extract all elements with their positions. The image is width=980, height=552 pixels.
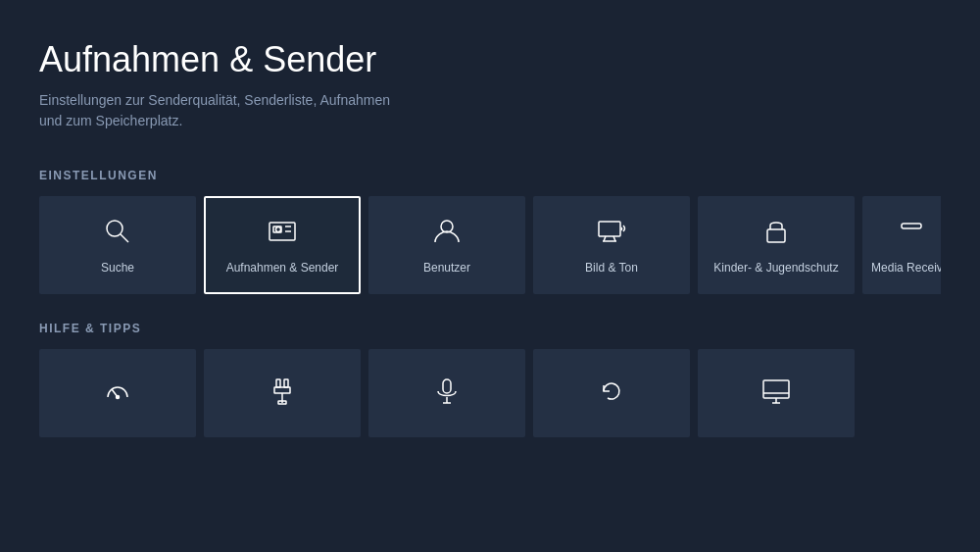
svg-rect-17 [276, 379, 280, 387]
tile-suche[interactable]: Suche [39, 196, 196, 294]
display-sound-icon [596, 216, 627, 251]
page-header: Aufnahmen & Sender Einstellungen zur Sen… [39, 39, 941, 131]
svg-rect-25 [763, 380, 789, 398]
monitor-icon [760, 376, 792, 411]
user-icon [431, 216, 463, 251]
svg-rect-19 [274, 387, 290, 393]
hilfe-tiles [39, 349, 941, 437]
tile-aufnahmen-sender-label: Aufnahmen & Sender [219, 261, 347, 275]
connector-icon [267, 376, 298, 411]
recordings-icon [267, 216, 298, 251]
tile-aufnahmen-sender[interactable]: Aufnahmen & Sender [204, 196, 361, 294]
page-subtitle: Einstellungen zur Senderqualität, Sender… [39, 90, 529, 131]
main-page: Aufnahmen & Sender Einstellungen zur Sen… [0, 0, 980, 552]
reset-icon [596, 376, 627, 411]
tile-media-receiver-label: Media Receiv... [863, 261, 941, 275]
svg-rect-13 [902, 224, 921, 228]
svg-point-7 [441, 221, 453, 232]
hilfe-tipps-section: HILFE & TIPPS [39, 322, 941, 437]
einstellungen-section: EINSTELLUNGEN Suche [39, 169, 941, 294]
svg-rect-12 [767, 229, 785, 242]
einstellungen-tiles: Suche Aufnahmen & Sender [39, 196, 941, 294]
svg-rect-22 [443, 379, 451, 393]
tile-kinder-jugendschutz[interactable]: Kinder- & Jugendschutz [698, 196, 855, 294]
page-title: Aufnahmen & Sender [39, 39, 941, 80]
svg-line-1 [121, 234, 128, 242]
tile-reset[interactable] [533, 349, 690, 437]
svg-rect-18 [284, 379, 288, 387]
tile-diagnose[interactable] [39, 349, 196, 437]
remote-icon [896, 216, 927, 251]
svg-point-16 [117, 396, 120, 399]
hilfe-tipps-label: HILFE & TIPPS [39, 322, 941, 335]
tile-bild-ton[interactable]: Bild & Ton [533, 196, 690, 294]
tile-suche-label: Suche [93, 261, 142, 275]
svg-point-0 [107, 221, 122, 236]
tile-media-receiver[interactable]: Media Receiv... [862, 196, 941, 294]
tile-kinder-jugendschutz-label: Kinder- & Jugendschutz [706, 261, 846, 275]
gauge-icon [102, 376, 133, 411]
lock-icon [760, 216, 792, 251]
search-icon [102, 216, 133, 251]
svg-rect-8 [599, 222, 620, 236]
tile-monitor[interactable] [698, 349, 855, 437]
microphone-icon [431, 376, 463, 411]
tile-mikrofon[interactable] [368, 349, 525, 437]
einstellungen-label: EINSTELLUNGEN [39, 169, 941, 182]
tile-benutzer-label: Benutzer [416, 261, 478, 275]
tile-bild-ton-label: Bild & Ton [577, 261, 646, 275]
svg-point-6 [276, 227, 281, 232]
tile-anschluss[interactable] [204, 349, 361, 437]
tile-benutzer[interactable]: Benutzer [368, 196, 525, 294]
